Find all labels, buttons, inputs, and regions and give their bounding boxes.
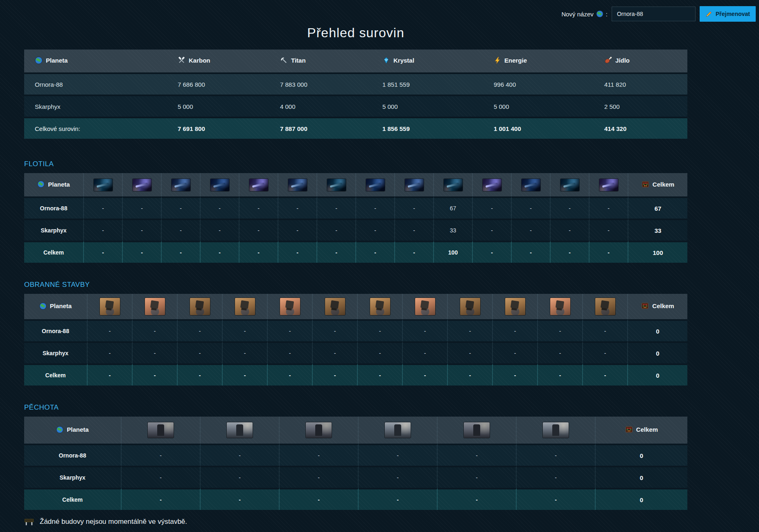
defense-row-skarphyx: Skarphyx - - - - - - - - - - - - 0 — [24, 341, 687, 363]
unit-count: - — [359, 466, 438, 488]
fleet-header-total-label: Celkem — [653, 181, 674, 188]
unit-count: - — [448, 341, 493, 363]
defense-section-title: OBRANNÉ STAVBY — [24, 281, 687, 289]
defense-table: Planeta — [24, 294, 687, 385]
unit-count: - — [123, 219, 162, 241]
unit-count: - — [438, 466, 517, 488]
resources-row-ornora: Ornora-88 7 686 800 7 883 000 1 851 559 … — [24, 72, 687, 95]
row-total: 0 — [596, 466, 687, 488]
row-total: 0 — [628, 341, 687, 363]
infantry-3-thumbnail — [306, 422, 332, 438]
unit-count: - — [517, 444, 596, 466]
unit-count: - — [473, 219, 512, 241]
abacus-icon — [641, 302, 649, 310]
unit-total: - — [201, 488, 280, 510]
fleet-table: Planeta — [24, 173, 687, 263]
resources-header-energie: Energie — [490, 50, 600, 72]
unit-count: - — [512, 219, 551, 241]
planet-name: Skarphyx — [24, 466, 122, 488]
unit-count: - — [268, 341, 313, 363]
planet-name-input[interactable] — [612, 7, 696, 21]
planet-name: Skarphyx — [24, 95, 174, 117]
infantry-section-title: PĚCHOTA — [24, 404, 687, 412]
row-total: 33 — [628, 219, 687, 241]
unit-count: - — [317, 196, 356, 219]
unit-count: - — [359, 444, 438, 466]
unit-total: - — [359, 488, 438, 510]
defense-8-thumbnail — [415, 298, 435, 315]
ship-column-13 — [551, 173, 590, 196]
defense-header-planet-label: Planeta — [50, 302, 72, 309]
unit-total: - — [133, 363, 178, 385]
unit-total: - — [551, 241, 590, 263]
unit-total: - — [358, 363, 403, 385]
defense-1-thumbnail — [100, 298, 120, 315]
defense-6-thumbnail — [325, 298, 345, 315]
titan-value: 4 000 — [276, 95, 378, 117]
grand-total: 0 — [596, 488, 687, 510]
unit-total: - — [512, 241, 551, 263]
resources-header-jidlo-label: Jídlo — [615, 57, 630, 64]
fleet-header-planet-label: Planeta — [48, 181, 70, 188]
unit-count: - — [317, 219, 356, 241]
rename-label: Nový název : — [561, 10, 608, 18]
fleet-row-ornora: Ornora-88 - - - - - - - - - 67 - - - - 6… — [24, 196, 687, 219]
infantry-6-thumbnail — [543, 422, 569, 438]
defense-9-thumbnail — [460, 298, 480, 315]
unit-count: - — [538, 319, 583, 341]
ship-6-thumbnail — [288, 179, 307, 191]
karbon-icon — [178, 56, 185, 64]
ship-5-thumbnail — [249, 179, 268, 191]
jidlo-total: 414 320 — [600, 117, 687, 139]
rename-button[interactable]: Přejmenovat — [700, 6, 756, 22]
resources-header-planet-label: Planeta — [46, 57, 68, 64]
unit-count: - — [493, 319, 538, 341]
unit-count: - — [268, 319, 313, 341]
planet-name: Ornora-88 — [24, 72, 174, 95]
resources-header-row: Planeta Karbon — [24, 50, 687, 72]
ship-14-thumbnail — [599, 179, 618, 191]
resources-header-krystal: Krystal — [378, 50, 490, 72]
defense-4-thumbnail — [235, 298, 255, 315]
planet-name: Ornora-88 — [24, 444, 122, 466]
resources-total-row: Celkové surovin: 7 691 800 7 887 000 1 8… — [24, 117, 687, 139]
row-total: 67 — [628, 196, 687, 219]
row-total: 0 — [596, 444, 687, 466]
unit-count: - — [88, 341, 133, 363]
unit-total: - — [473, 241, 512, 263]
defense-column-11 — [538, 294, 583, 319]
infantry-column-3 — [280, 417, 359, 444]
unit-total: - — [123, 241, 162, 263]
ship-12-thumbnail — [522, 179, 540, 191]
resources-header-titan-label: Titan — [291, 57, 306, 64]
infantry-column-4 — [359, 417, 438, 444]
planet-name: Ornora-88 — [24, 319, 88, 341]
infantry-2-thumbnail — [227, 422, 253, 438]
unit-total: - — [438, 488, 517, 510]
defense-column-8 — [403, 294, 448, 319]
defense-header-planet: Planeta — [24, 294, 88, 319]
grand-total: 0 — [628, 363, 687, 385]
unit-count: - — [517, 466, 596, 488]
unit-count: 67 — [434, 196, 473, 219]
unit-count: - — [493, 341, 538, 363]
unit-count: - — [280, 466, 359, 488]
unit-total: - — [313, 363, 358, 385]
page-title: Přehled surovin — [24, 25, 687, 41]
unit-count: - — [358, 319, 403, 341]
unit-count: - — [551, 219, 590, 241]
ship-column-10 — [434, 173, 473, 196]
defense-header-row: Planeta — [24, 294, 687, 319]
unit-count: 33 — [434, 219, 473, 241]
ship-column-11 — [473, 173, 512, 196]
ship-column-3 — [162, 173, 201, 196]
ship-8-thumbnail — [366, 179, 385, 191]
ship-column-2 — [123, 173, 162, 196]
resources-header-karbon-label: Karbon — [189, 57, 210, 64]
defense-row-ornora: Ornora-88 - - - - - - - - - - - - 0 — [24, 319, 687, 341]
krystal-value: 5 000 — [378, 95, 490, 117]
unit-count: - — [590, 219, 628, 241]
unit-count: - — [201, 219, 239, 241]
defense-3-thumbnail — [190, 298, 210, 315]
unit-count: - — [313, 319, 358, 341]
